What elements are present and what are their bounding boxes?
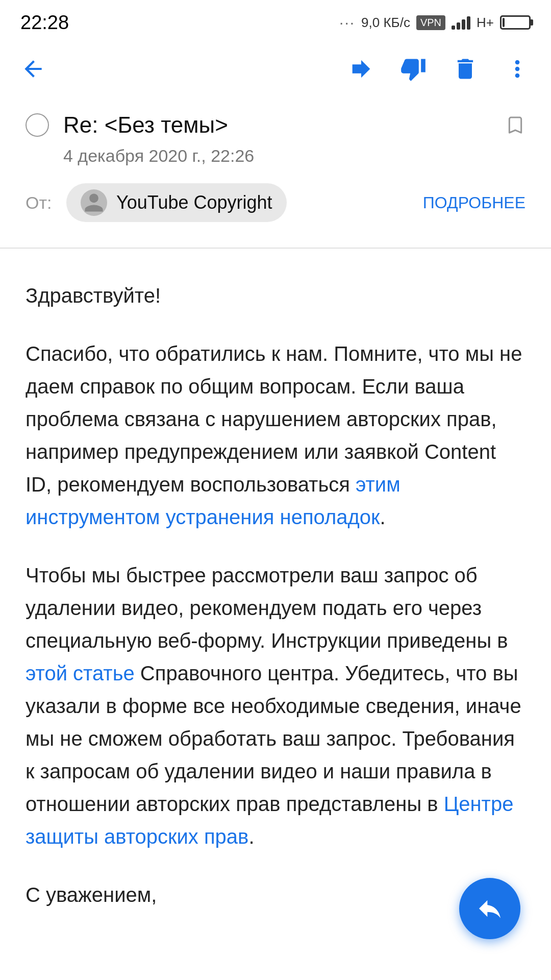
- header-body-divider: [0, 248, 551, 249]
- signal-bars: [452, 15, 470, 30]
- email-date: 4 декабря 2020 г., 22:26: [63, 146, 525, 166]
- email-closing: С уважением,: [26, 878, 525, 911]
- email-paragraph-1: Спасибо, что обратились к нам. Помните, …: [26, 337, 525, 533]
- battery-level: [503, 18, 505, 27]
- toolbar-right: [348, 56, 531, 82]
- email-select-checkbox[interactable]: [26, 113, 49, 137]
- status-time: 22:28: [20, 12, 69, 34]
- email-paragraph-2: Чтобы мы быстрее рассмотрели ваш запрос …: [26, 559, 525, 853]
- forward-button[interactable]: [348, 56, 374, 82]
- email-body: Здравствуйте! Спасибо, что обратились к …: [0, 259, 551, 957]
- sender-name: YouTube Copyright: [116, 192, 272, 213]
- back-button[interactable]: [20, 56, 46, 82]
- email-subject-left: Re: <Без темы>: [26, 112, 228, 138]
- email-subject-row: Re: <Без темы>: [26, 112, 525, 138]
- sender-badge[interactable]: YouTube Copyright: [66, 183, 287, 222]
- battery-indicator: [500, 15, 531, 30]
- article-link[interactable]: этой статье: [26, 662, 135, 684]
- bookmark-button[interactable]: [505, 112, 525, 138]
- email-subject: Re: <Без темы>: [63, 112, 228, 138]
- email-header: Re: <Без темы> 4 декабря 2020 г., 22:26 …: [0, 97, 551, 237]
- reply-fab-button[interactable]: [459, 878, 520, 939]
- email-toolbar: [0, 41, 551, 97]
- sender-avatar: [81, 189, 107, 216]
- email-greeting: Здравствуйте!: [26, 279, 525, 312]
- status-right: ··· 9,0 КБ/с VPN H+: [339, 14, 531, 31]
- from-label: От:: [26, 193, 56, 213]
- status-speed: 9,0 КБ/с: [361, 15, 410, 31]
- delete-button[interactable]: [452, 56, 479, 82]
- status-network: H+: [477, 15, 494, 31]
- status-dots: ···: [339, 14, 355, 31]
- details-link[interactable]: ПОДРОБНЕЕ: [423, 193, 525, 212]
- more-options-button[interactable]: [504, 56, 531, 82]
- dislike-button[interactable]: [400, 56, 427, 82]
- email-from-row: От: YouTube Copyright ПОДРОБНЕЕ: [26, 178, 525, 227]
- status-bar: 22:28 ··· 9,0 КБ/с VPN H+: [0, 0, 551, 41]
- toolbar-left: [20, 56, 46, 82]
- status-vpn: VPN: [416, 15, 445, 30]
